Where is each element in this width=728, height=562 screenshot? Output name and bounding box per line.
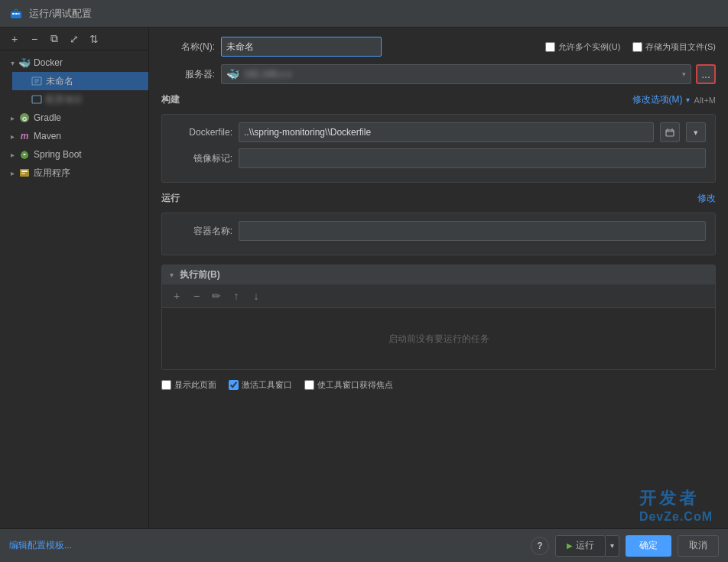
app-icon xyxy=(18,167,31,179)
spring-arrow xyxy=(6,148,18,161)
run-button[interactable]: ▶ 运行 xyxy=(555,535,606,557)
before-exec-section: ▾ 执行前(B) + − ✏ ↑ ↓ 启动前没有要运行的任务 xyxy=(161,265,716,370)
before-exec-add-button[interactable]: + xyxy=(168,287,185,304)
add-config-button[interactable]: + xyxy=(6,31,23,47)
run-title: 运行 xyxy=(161,192,180,205)
spring-icon xyxy=(18,148,31,161)
maven-arrow xyxy=(6,130,18,142)
svg-rect-0 xyxy=(11,11,21,18)
gradle-icon: G xyxy=(18,112,31,124)
docker-children: 未命名 配置项目 xyxy=(0,72,148,109)
before-exec-up-button[interactable]: ↑ xyxy=(228,287,245,304)
sidebar-toolbar: + − ⧉ ⤢ ⇅ xyxy=(0,28,148,50)
sub-config-icon xyxy=(31,93,43,106)
sidebar: + − ⧉ ⤢ ⇅ 🐳 Docker xyxy=(0,28,149,528)
checkboxes-row: 允许多个实例(U) 存储为项目文件(S) xyxy=(545,41,716,53)
dockerfile-label: Dockerfile: xyxy=(171,127,232,138)
run-modify-link[interactable]: 修改 xyxy=(697,192,716,205)
image-tag-row: 镜像标记: xyxy=(171,148,706,168)
expand-dockerfile-button[interactable]: ▾ xyxy=(686,122,706,142)
allow-multiple-checkbox[interactable]: 允许多个实例(U) xyxy=(545,41,620,53)
server-label: 服务器: xyxy=(161,68,215,81)
server-docker-icon: 🐳 xyxy=(226,68,239,80)
help-button[interactable]: ? xyxy=(531,537,549,555)
sidebar-item-docker-sub[interactable]: 配置项目 xyxy=(12,90,148,109)
before-exec-edit-button[interactable]: ✏ xyxy=(208,287,225,304)
bottom-bar: 编辑配置模板... ? ▶ 运行 ▾ 确定 取消 xyxy=(0,528,728,562)
bottom-checkboxes: 显示此页面 激活工具窗口 使工具窗口获得焦点 xyxy=(161,379,716,391)
name-input[interactable]: 未命名 xyxy=(221,37,382,57)
sidebar-item-springboot[interactable]: Spring Boot xyxy=(0,145,148,164)
show-page-checkbox[interactable]: 显示此页面 xyxy=(161,379,216,391)
dockerfile-input[interactable]: ..\spring-monitoring\Dockerfile xyxy=(239,122,654,142)
svg-rect-3 xyxy=(18,13,20,15)
before-exec-title: 执行前(B) xyxy=(180,268,220,281)
server-input-row: 🐳 192.168.x.x ▾ ... xyxy=(221,64,716,84)
run-button-dropdown[interactable]: ▾ xyxy=(606,535,619,557)
server-value-text: 192.168.x.x xyxy=(244,69,678,80)
sort-config-button[interactable]: ⇅ xyxy=(86,31,102,47)
edit-template-link[interactable]: 编辑配置模板... xyxy=(9,539,72,552)
save-to-project-checkbox[interactable]: 存储为项目文件(S) xyxy=(632,41,716,53)
svg-text:m: m xyxy=(21,131,29,141)
svg-rect-12 xyxy=(666,130,674,136)
window-title: 运行/调试配置 xyxy=(29,7,92,21)
container-name-row: 容器名称: xyxy=(171,221,706,241)
build-section-header: 构建 修改选项(M) ▾ Alt+M xyxy=(161,93,716,108)
cancel-button[interactable]: 取消 xyxy=(678,535,719,557)
docker-icon: 🐳 xyxy=(18,57,31,69)
config-icon xyxy=(31,75,43,87)
focus-tool-checkbox[interactable]: 使工具窗口获得焦点 xyxy=(304,379,393,391)
dockerfile-row: Dockerfile: ..\spring-monitoring\Dockerf… xyxy=(171,122,706,142)
server-row: 服务器: 🐳 192.168.x.x ▾ ... xyxy=(161,64,716,84)
content-area: 名称(N): 未命名 允许多个实例(U) 存储为项目文件(S) 服务器: 🐳 1… xyxy=(149,28,728,528)
before-exec-down-button[interactable]: ↓ xyxy=(248,287,265,304)
sidebar-item-maven[interactable]: m Maven xyxy=(0,127,148,145)
build-title: 构建 xyxy=(161,93,180,106)
title-bar: 运行/调试配置 xyxy=(0,0,728,28)
before-exec-header[interactable]: ▾ 执行前(B) xyxy=(162,265,715,284)
docker-arrow xyxy=(6,57,18,69)
build-section: Dockerfile: ..\spring-monitoring\Dockerf… xyxy=(161,114,716,183)
svg-rect-2 xyxy=(15,13,18,15)
sidebar-tree: 🐳 Docker 未命名 xyxy=(0,50,148,528)
sidebar-item-gradle[interactable]: G Gradle xyxy=(0,109,148,127)
image-tag-input[interactable] xyxy=(239,148,706,168)
remove-config-button[interactable]: − xyxy=(26,31,43,47)
modify-options-arrow: ▾ xyxy=(686,96,690,104)
copy-config-button[interactable]: ⧉ xyxy=(46,31,63,47)
sidebar-item-unnamed[interactable]: 未命名 xyxy=(12,72,148,90)
before-exec-remove-button[interactable]: − xyxy=(188,287,205,304)
svg-rect-10 xyxy=(21,171,28,172)
gradle-label: Gradle xyxy=(34,112,61,123)
maven-label: Maven xyxy=(34,131,61,141)
run-button-group: ▶ 运行 ▾ xyxy=(555,535,619,557)
container-name-input[interactable] xyxy=(239,221,706,241)
browse-dockerfile-button[interactable] xyxy=(660,122,680,142)
container-name-label: 容器名称: xyxy=(171,225,232,238)
name-label: 名称(N): xyxy=(161,41,215,54)
modify-options-row: 修改选项(M) ▾ Alt+M xyxy=(632,93,716,106)
activate-tool-checkbox[interactable]: 激活工具窗口 xyxy=(229,379,292,391)
svg-rect-5 xyxy=(32,96,41,103)
unnamed-label: 未命名 xyxy=(46,75,73,88)
server-dropdown-icon: ▾ xyxy=(682,70,686,78)
move-config-button[interactable]: ⤢ xyxy=(66,31,83,47)
gradle-arrow xyxy=(6,112,18,124)
main-layout: + − ⧉ ⤢ ⇅ 🐳 Docker xyxy=(0,28,728,528)
springboot-label: Spring Boot xyxy=(34,149,82,160)
app-label: 应用程序 xyxy=(34,167,70,180)
modify-options-link[interactable]: 修改选项(M) xyxy=(632,93,683,106)
sidebar-item-docker[interactable]: 🐳 Docker xyxy=(0,54,148,72)
more-button[interactable]: ... xyxy=(696,64,716,84)
ok-button[interactable]: 确定 xyxy=(626,535,671,557)
sidebar-item-app[interactable]: 应用程序 xyxy=(0,164,148,182)
image-tag-label: 镜像标记: xyxy=(171,152,232,165)
bottom-right-buttons: ? ▶ 运行 ▾ 确定 取消 xyxy=(531,535,719,557)
before-exec-collapse-icon: ▾ xyxy=(170,271,174,279)
run-section-header: 运行 修改 xyxy=(161,192,716,206)
run-section: 容器名称: xyxy=(161,213,716,255)
run-icon: ▶ xyxy=(567,541,573,550)
svg-rect-1 xyxy=(12,13,15,15)
svg-rect-11 xyxy=(21,173,25,174)
